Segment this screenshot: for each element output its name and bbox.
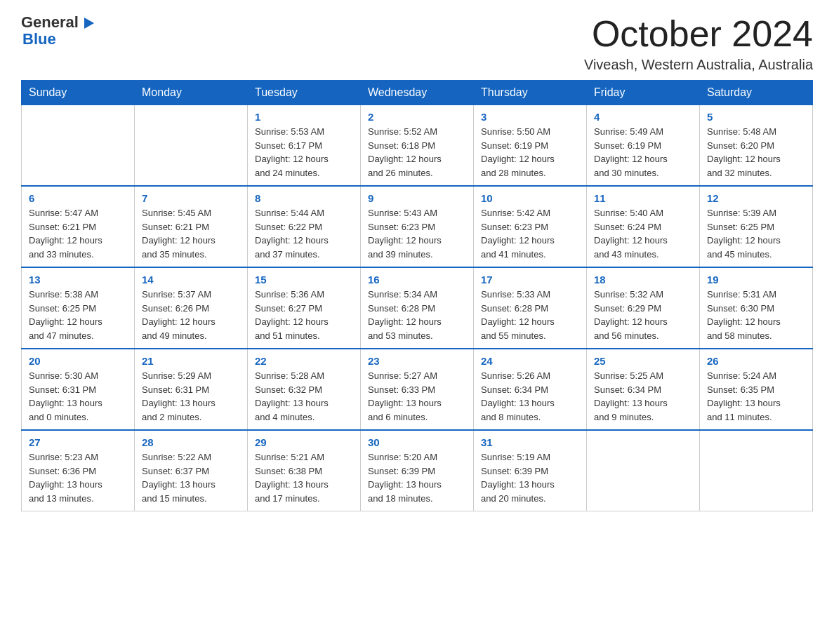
calendar-week-row: 1Sunrise: 5:53 AMSunset: 6:17 PMDaylight… — [22, 105, 813, 187]
calendar-day-31: 31Sunrise: 5:19 AMSunset: 6:39 PMDayligh… — [474, 430, 587, 511]
calendar-day-5: 5Sunrise: 5:48 AMSunset: 6:20 PMDaylight… — [700, 105, 813, 187]
day-number: 16 — [368, 274, 466, 286]
day-number: 20 — [29, 355, 127, 367]
day-number: 19 — [707, 274, 805, 286]
calendar-day-22: 22Sunrise: 5:28 AMSunset: 6:32 PMDayligh… — [248, 349, 361, 430]
calendar-day-empty — [700, 430, 813, 511]
calendar-header-saturday: Saturday — [700, 81, 813, 105]
calendar-week-row: 6Sunrise: 5:47 AMSunset: 6:21 PMDaylight… — [22, 186, 813, 267]
day-info: Sunrise: 5:23 AMSunset: 6:36 PMDaylight:… — [29, 450, 127, 505]
day-info: Sunrise: 5:38 AMSunset: 6:25 PMDaylight:… — [29, 288, 127, 342]
calendar-day-21: 21Sunrise: 5:29 AMSunset: 6:31 PMDayligh… — [135, 349, 248, 430]
day-info: Sunrise: 5:42 AMSunset: 6:23 PMDaylight:… — [481, 206, 579, 261]
day-number: 5 — [707, 111, 805, 123]
day-info: Sunrise: 5:36 AMSunset: 6:27 PMDaylight:… — [255, 288, 353, 342]
calendar-day-30: 30Sunrise: 5:20 AMSunset: 6:39 PMDayligh… — [361, 430, 474, 511]
day-number: 2 — [368, 111, 466, 123]
logo-arrow-icon — [84, 18, 94, 29]
calendar-day-15: 15Sunrise: 5:36 AMSunset: 6:27 PMDayligh… — [248, 267, 361, 349]
day-number: 13 — [29, 274, 127, 286]
day-number: 3 — [481, 111, 579, 123]
day-number: 10 — [481, 192, 579, 204]
calendar-day-4: 4Sunrise: 5:49 AMSunset: 6:19 PMDaylight… — [587, 105, 700, 187]
calendar-day-25: 25Sunrise: 5:25 AMSunset: 6:34 PMDayligh… — [587, 349, 700, 430]
calendar-day-11: 11Sunrise: 5:40 AMSunset: 6:24 PMDayligh… — [587, 186, 700, 267]
title-block: October 2024 Viveash, Western Australia,… — [584, 14, 813, 73]
day-number: 9 — [368, 192, 466, 204]
day-number: 1 — [255, 111, 353, 123]
day-number: 25 — [594, 355, 692, 367]
day-number: 24 — [481, 355, 579, 367]
calendar-day-13: 13Sunrise: 5:38 AMSunset: 6:25 PMDayligh… — [22, 267, 135, 349]
calendar-week-row: 27Sunrise: 5:23 AMSunset: 6:36 PMDayligh… — [22, 430, 813, 511]
day-info: Sunrise: 5:52 AMSunset: 6:18 PMDaylight:… — [368, 125, 466, 180]
day-number: 26 — [707, 355, 805, 367]
logo-general: General — [21, 14, 94, 31]
day-info: Sunrise: 5:49 AMSunset: 6:19 PMDaylight:… — [594, 125, 692, 180]
day-info: Sunrise: 5:29 AMSunset: 6:31 PMDaylight:… — [142, 369, 240, 424]
calendar-header-monday: Monday — [135, 81, 248, 105]
day-info: Sunrise: 5:50 AMSunset: 6:19 PMDaylight:… — [481, 125, 579, 180]
day-info: Sunrise: 5:40 AMSunset: 6:24 PMDaylight:… — [594, 206, 692, 261]
calendar-day-empty — [135, 105, 248, 187]
day-number: 31 — [481, 436, 579, 448]
day-info: Sunrise: 5:28 AMSunset: 6:32 PMDaylight:… — [255, 369, 353, 424]
day-info: Sunrise: 5:20 AMSunset: 6:39 PMDaylight:… — [368, 450, 466, 505]
day-info: Sunrise: 5:53 AMSunset: 6:17 PMDaylight:… — [255, 125, 353, 180]
day-number: 18 — [594, 274, 692, 286]
day-info: Sunrise: 5:32 AMSunset: 6:29 PMDaylight:… — [594, 288, 692, 342]
calendar-day-12: 12Sunrise: 5:39 AMSunset: 6:25 PMDayligh… — [700, 186, 813, 267]
calendar-day-9: 9Sunrise: 5:43 AMSunset: 6:23 PMDaylight… — [361, 186, 474, 267]
calendar-day-18: 18Sunrise: 5:32 AMSunset: 6:29 PMDayligh… — [587, 267, 700, 349]
day-info: Sunrise: 5:24 AMSunset: 6:35 PMDaylight:… — [707, 369, 805, 424]
page-header: General Blue October 2024 Viveash, Weste… — [21, 14, 813, 73]
day-info: Sunrise: 5:45 AMSunset: 6:21 PMDaylight:… — [142, 206, 240, 261]
day-number: 6 — [29, 192, 127, 204]
calendar-day-24: 24Sunrise: 5:26 AMSunset: 6:34 PMDayligh… — [474, 349, 587, 430]
day-info: Sunrise: 5:44 AMSunset: 6:22 PMDaylight:… — [255, 206, 353, 261]
day-info: Sunrise: 5:48 AMSunset: 6:20 PMDaylight:… — [707, 125, 805, 180]
day-info: Sunrise: 5:27 AMSunset: 6:33 PMDaylight:… — [368, 369, 466, 424]
calendar-day-14: 14Sunrise: 5:37 AMSunset: 6:26 PMDayligh… — [135, 267, 248, 349]
calendar-header-thursday: Thursday — [474, 81, 587, 105]
calendar-day-8: 8Sunrise: 5:44 AMSunset: 6:22 PMDaylight… — [248, 186, 361, 267]
day-number: 15 — [255, 274, 353, 286]
page-title: October 2024 — [584, 14, 813, 54]
day-number: 29 — [255, 436, 353, 448]
calendar-day-3: 3Sunrise: 5:50 AMSunset: 6:19 PMDaylight… — [474, 105, 587, 187]
calendar-header-sunday: Sunday — [22, 81, 135, 105]
calendar-day-1: 1Sunrise: 5:53 AMSunset: 6:17 PMDaylight… — [248, 105, 361, 187]
calendar-header-friday: Friday — [587, 81, 700, 105]
calendar-day-27: 27Sunrise: 5:23 AMSunset: 6:36 PMDayligh… — [22, 430, 135, 511]
day-info: Sunrise: 5:21 AMSunset: 6:38 PMDaylight:… — [255, 450, 353, 505]
logo-blue: Blue — [22, 31, 94, 48]
day-number: 30 — [368, 436, 466, 448]
day-number: 21 — [142, 355, 240, 367]
day-number: 11 — [594, 192, 692, 204]
calendar-day-16: 16Sunrise: 5:34 AMSunset: 6:28 PMDayligh… — [361, 267, 474, 349]
day-info: Sunrise: 5:47 AMSunset: 6:21 PMDaylight:… — [29, 206, 127, 261]
page-subtitle: Viveash, Western Australia, Australia — [584, 57, 813, 73]
day-info: Sunrise: 5:34 AMSunset: 6:28 PMDaylight:… — [368, 288, 466, 342]
day-info: Sunrise: 5:25 AMSunset: 6:34 PMDaylight:… — [594, 369, 692, 424]
day-number: 22 — [255, 355, 353, 367]
calendar-table: SundayMondayTuesdayWednesdayThursdayFrid… — [21, 80, 813, 511]
day-number: 4 — [594, 111, 692, 123]
calendar-day-17: 17Sunrise: 5:33 AMSunset: 6:28 PMDayligh… — [474, 267, 587, 349]
logo: General Blue — [21, 14, 94, 48]
day-number: 27 — [29, 436, 127, 448]
calendar-day-7: 7Sunrise: 5:45 AMSunset: 6:21 PMDaylight… — [135, 186, 248, 267]
day-info: Sunrise: 5:22 AMSunset: 6:37 PMDaylight:… — [142, 450, 240, 505]
day-number: 14 — [142, 274, 240, 286]
day-number: 12 — [707, 192, 805, 204]
day-info: Sunrise: 5:43 AMSunset: 6:23 PMDaylight:… — [368, 206, 466, 261]
calendar-header-tuesday: Tuesday — [248, 81, 361, 105]
calendar-day-6: 6Sunrise: 5:47 AMSunset: 6:21 PMDaylight… — [22, 186, 135, 267]
calendar-day-29: 29Sunrise: 5:21 AMSunset: 6:38 PMDayligh… — [248, 430, 361, 511]
calendar-day-10: 10Sunrise: 5:42 AMSunset: 6:23 PMDayligh… — [474, 186, 587, 267]
calendar-day-empty — [22, 105, 135, 187]
day-info: Sunrise: 5:37 AMSunset: 6:26 PMDaylight:… — [142, 288, 240, 342]
calendar-week-row: 13Sunrise: 5:38 AMSunset: 6:25 PMDayligh… — [22, 267, 813, 349]
calendar-day-26: 26Sunrise: 5:24 AMSunset: 6:35 PMDayligh… — [700, 349, 813, 430]
calendar-day-23: 23Sunrise: 5:27 AMSunset: 6:33 PMDayligh… — [361, 349, 474, 430]
